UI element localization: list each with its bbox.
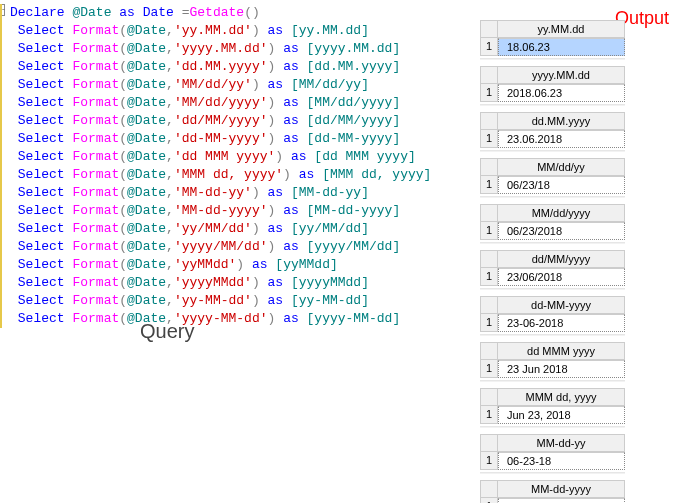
column-header[interactable]: dd-MM-yyyy [498, 296, 625, 313]
result-divider [480, 196, 625, 198]
result-block: MM-dd-yyyy106-23-2018 [480, 480, 625, 503]
column-header[interactable]: dd.MM.yyyy [498, 112, 625, 129]
code-line[interactable]: Select Format(@Date,'MM-dd-yyyy') as [MM… [0, 202, 470, 220]
row-number[interactable]: 1 [480, 314, 498, 332]
code-line[interactable]: Select Format(@Date,'yyMMdd') as [yyMMdd… [0, 256, 470, 274]
results-grid: yy.MM.dd118.06.23yyyy.MM.dd12018.06.23dd… [480, 20, 625, 503]
result-block: dd.MM.yyyy123.06.2018 [480, 112, 625, 152]
code-line[interactable]: Select Format(@Date,'dd/MM/yyyy') as [dd… [0, 112, 470, 130]
result-cell[interactable]: 06/23/2018 [498, 222, 625, 240]
column-header[interactable]: dd/MM/yyyy [498, 250, 625, 267]
row-header-corner[interactable] [480, 250, 498, 267]
row-number[interactable]: 1 [480, 84, 498, 102]
column-header[interactable]: yyyy.MM.dd [498, 66, 625, 83]
row-header-corner[interactable] [480, 342, 498, 359]
result-cell[interactable]: 23-06-2018 [498, 314, 625, 332]
row-header-corner[interactable] [480, 20, 498, 37]
result-cell[interactable]: 23.06.2018 [498, 130, 625, 148]
column-header[interactable]: yy.MM.dd [498, 20, 625, 37]
result-cell[interactable]: 23 Jun 2018 [498, 360, 625, 378]
row-header-corner[interactable] [480, 388, 498, 405]
row-number[interactable]: 1 [480, 176, 498, 194]
row-number[interactable]: 1 [480, 130, 498, 148]
result-divider [480, 150, 625, 152]
code-line[interactable]: Declare @Date as Date =Getdate() [0, 4, 470, 22]
result-block: MM/dd/yyyy106/23/2018 [480, 204, 625, 244]
row-number[interactable]: 1 [480, 452, 498, 470]
code-line[interactable]: Select Format(@Date,'MMM dd, yyyy') as [… [0, 166, 470, 184]
code-line[interactable]: Select Format(@Date,'MM/dd/yy') as [MM/d… [0, 76, 470, 94]
column-header[interactable]: MM-dd-yyyy [498, 480, 625, 497]
code-line[interactable]: Select Format(@Date,'yyyy.MM.dd') as [yy… [0, 40, 470, 58]
result-cell[interactable]: 23/06/2018 [498, 268, 625, 286]
row-number[interactable]: 1 [480, 360, 498, 378]
result-divider [480, 58, 625, 60]
row-number[interactable]: 1 [480, 268, 498, 286]
result-cell[interactable]: 06/23/18 [498, 176, 625, 194]
row-header-corner[interactable] [480, 204, 498, 221]
result-divider [480, 472, 625, 474]
row-header-corner[interactable] [480, 158, 498, 175]
result-divider [480, 426, 625, 428]
row-header-corner[interactable] [480, 434, 498, 451]
result-cell[interactable]: 18.06.23 [498, 38, 625, 56]
row-header-corner[interactable] [480, 480, 498, 497]
sql-editor[interactable]: Declare @Date as Date =Getdate() Select … [0, 4, 470, 328]
row-number[interactable]: 1 [480, 498, 498, 503]
code-line[interactable]: Select Format(@Date,'yyyy-MM-dd') as [yy… [0, 310, 470, 328]
code-line[interactable]: Select Format(@Date,'yy/MM/dd') as [yy/M… [0, 220, 470, 238]
code-line[interactable]: Select Format(@Date,'yyyyMMdd') as [yyyy… [0, 274, 470, 292]
row-header-corner[interactable] [480, 112, 498, 129]
result-cell[interactable]: 06-23-18 [498, 452, 625, 470]
result-block: dd-MM-yyyy123-06-2018 [480, 296, 625, 336]
result-block: MM-dd-yy106-23-18 [480, 434, 625, 474]
column-header[interactable]: MM-dd-yy [498, 434, 625, 451]
result-block: dd/MM/yyyy123/06/2018 [480, 250, 625, 290]
code-line[interactable]: Select Format(@Date,'yy-MM-dd') as [yy-M… [0, 292, 470, 310]
row-number[interactable]: 1 [480, 38, 498, 56]
code-line[interactable]: Select Format(@Date,'dd MMM yyyy') as [d… [0, 148, 470, 166]
code-line[interactable]: Select Format(@Date,'yy.MM.dd') as [yy.M… [0, 22, 470, 40]
result-divider [480, 288, 625, 290]
column-header[interactable]: MMM dd, yyyy [498, 388, 625, 405]
row-number[interactable]: 1 [480, 406, 498, 424]
result-cell[interactable]: Jun 23, 2018 [498, 406, 625, 424]
result-block: dd MMM yyyy123 Jun 2018 [480, 342, 625, 382]
row-number[interactable]: 1 [480, 222, 498, 240]
code-line[interactable]: Select Format(@Date,'yyyy/MM/dd') as [yy… [0, 238, 470, 256]
result-divider [480, 334, 625, 336]
column-header[interactable]: dd MMM yyyy [498, 342, 625, 359]
code-line[interactable]: Select Format(@Date,'MM/dd/yyyy') as [MM… [0, 94, 470, 112]
result-divider [480, 380, 625, 382]
column-header[interactable]: MM/dd/yyyy [498, 204, 625, 221]
result-block: yyyy.MM.dd12018.06.23 [480, 66, 625, 106]
query-caption: Query [140, 320, 194, 343]
result-divider [480, 242, 625, 244]
code-line[interactable]: Select Format(@Date,'dd.MM.yyyy') as [dd… [0, 58, 470, 76]
result-block: yy.MM.dd118.06.23 [480, 20, 625, 60]
result-block: MMM dd, yyyy1Jun 23, 2018 [480, 388, 625, 428]
row-header-corner[interactable] [480, 66, 498, 83]
code-line[interactable]: Select Format(@Date,'dd-MM-yyyy') as [dd… [0, 130, 470, 148]
row-header-corner[interactable] [480, 296, 498, 313]
column-header[interactable]: MM/dd/yy [498, 158, 625, 175]
result-divider [480, 104, 625, 106]
result-cell[interactable]: 06-23-2018 [498, 498, 625, 503]
code-line[interactable]: Select Format(@Date,'MM-dd-yy') as [MM-d… [0, 184, 470, 202]
result-block: MM/dd/yy106/23/18 [480, 158, 625, 198]
result-cell[interactable]: 2018.06.23 [498, 84, 625, 102]
